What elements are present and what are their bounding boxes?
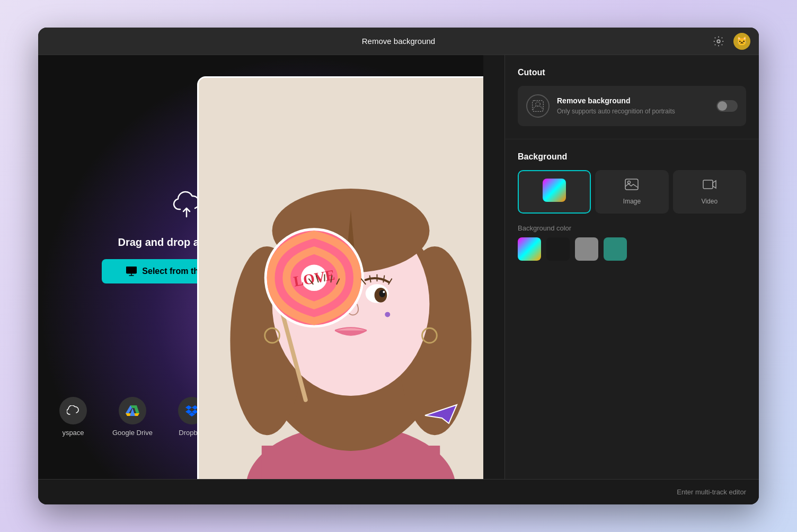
video-tab-icon <box>703 179 716 193</box>
tab-image[interactable]: Image <box>595 170 668 214</box>
window-title: Remove background <box>362 37 435 46</box>
user-avatar-button[interactable]: 🐱 <box>733 33 750 50</box>
cutout-card: Remove background Only supports auto rec… <box>518 86 746 126</box>
lightbulb-button[interactable] <box>710 33 727 50</box>
svg-point-0 <box>717 40 720 43</box>
color-gradient-preview <box>543 179 566 202</box>
image-tab-icon <box>625 179 639 193</box>
swatch-gray[interactable] <box>575 237 598 261</box>
myspace-icon <box>59 397 87 424</box>
tab-video[interactable]: Video <box>673 170 746 214</box>
swatch-gradient[interactable] <box>518 237 541 261</box>
svg-rect-30 <box>625 179 638 190</box>
svg-point-19 <box>383 291 385 293</box>
background-section-title: Background <box>518 152 746 162</box>
image-tab-label: Image <box>623 198 641 205</box>
upload-area: Drag and drop a video here Select from t… <box>38 55 483 479</box>
cutout-feature-name: Remove background <box>557 96 709 105</box>
svg-point-28 <box>536 102 541 107</box>
title-bar: Remove background 🐱 <box>38 28 759 55</box>
enter-multi-track-editor-button[interactable]: Enter multi-track editor <box>677 488 746 496</box>
source-item-myspace[interactable]: yspace <box>59 397 87 437</box>
google-drive-icon <box>119 397 146 424</box>
cutout-section: Cutout Remove background Only supports a… <box>505 55 759 139</box>
color-swatches <box>518 237 746 261</box>
cursor-arrow <box>420 394 451 426</box>
svg-rect-29 <box>533 101 544 112</box>
avatar-icon: 🐱 <box>737 36 747 46</box>
color-section-label: Background color <box>518 224 746 232</box>
svg-point-27 <box>385 312 390 317</box>
swatch-teal[interactable] <box>604 237 627 261</box>
title-bar-actions: 🐱 <box>710 33 750 50</box>
source-item-google-drive[interactable]: Google Drive <box>112 397 153 437</box>
video-tab-label: Video <box>702 198 718 205</box>
cutout-section-title: Cutout <box>518 68 746 77</box>
svg-rect-32 <box>703 180 713 189</box>
source-icons-row: yspace Google Drive <box>59 397 206 437</box>
svg-point-17 <box>379 290 385 297</box>
portrait-recognition-icon <box>526 94 550 118</box>
svg-rect-1 <box>126 267 137 273</box>
google-drive-label: Google Drive <box>112 429 153 437</box>
background-section: Background <box>505 139 759 273</box>
tab-color[interactable] <box>518 170 591 214</box>
bottom-bar: Enter multi-track editor <box>38 479 759 504</box>
right-panel: Cutout Remove background Only supports a… <box>504 55 759 479</box>
swatch-black[interactable] <box>546 237 570 261</box>
svg-point-31 <box>628 181 631 184</box>
cutout-feature-desc: Only supports auto recognition of portra… <box>557 107 709 116</box>
app-window: Remove background 🐱 <box>38 28 759 504</box>
cutout-info: Remove background Only supports auto rec… <box>557 96 709 116</box>
main-content: Drag and drop a video here Select from t… <box>38 55 759 479</box>
myspace-label: yspace <box>62 429 84 437</box>
remove-background-toggle[interactable] <box>716 100 738 112</box>
left-panel: Drag and drop a video here Select from t… <box>38 55 504 479</box>
background-tabs-row: Image Video <box>518 170 746 214</box>
